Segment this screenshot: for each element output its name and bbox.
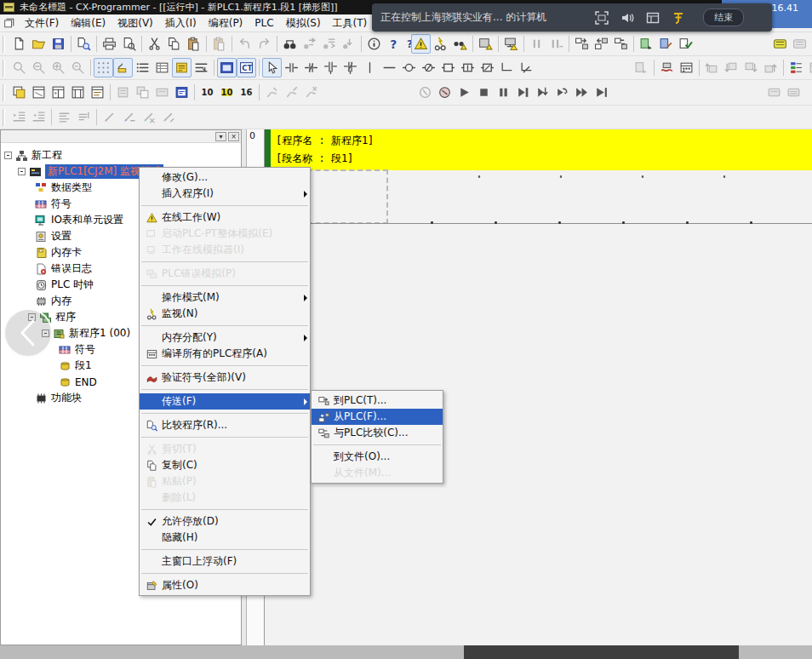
go-jump-icon[interactable] [761, 58, 781, 77]
menu-item-paste[interactable]: 粘贴(P) [140, 473, 310, 490]
decimal-force-icon[interactable]: 10 [217, 83, 237, 102]
force-set-pen-icon[interactable] [100, 107, 119, 127]
cut-icon[interactable] [145, 34, 164, 54]
menu-item-memory-allocation[interactable]: 内存分配(Y) [140, 330, 310, 346]
compare-files-icon[interactable] [74, 34, 94, 54]
annotation-icon[interactable] [666, 10, 691, 26]
new-file-icon[interactable] [9, 34, 29, 54]
program-online-edit-icon[interactable] [656, 34, 676, 54]
paste-special-icon[interactable] [209, 34, 229, 54]
sim-mode-icon[interactable] [435, 83, 455, 102]
zoom-in-icon[interactable] [49, 58, 68, 77]
redo-icon[interactable] [254, 34, 274, 54]
symbol-check-icon[interactable] [657, 58, 677, 77]
cross-reference-view-icon[interactable] [786, 58, 806, 77]
online-edit-disk-icon[interactable] [476, 34, 495, 54]
collapse-icon[interactable] [4, 152, 12, 159]
menu-item-insert-program[interactable]: 插入程序(I) [140, 186, 310, 202]
new-or-contact-icon[interactable] [321, 58, 340, 77]
menu-edit[interactable]: 编辑(E) [65, 14, 112, 32]
monitor-in-rung-icon[interactable] [152, 58, 172, 77]
zoom-region-icon[interactable] [29, 58, 49, 77]
menu-program[interactable]: 编程(P) [203, 14, 249, 32]
ladder-editor[interactable]: 0 [程序名 : 新程序1] [段名称 : 段1] [247, 129, 812, 645]
speaker-icon[interactable] [615, 10, 640, 26]
hex-monitor-icon[interactable]: 16 [237, 83, 256, 102]
toolbar-grip[interactable] [3, 36, 5, 53]
force-off-icon[interactable] [282, 83, 301, 102]
outdent-icon[interactable] [29, 107, 49, 127]
pause-icon[interactable] [527, 34, 546, 54]
pause-programmed-icon[interactable] [546, 34, 566, 54]
section-header-block[interactable]: [程序名 : 新程序1] [段名称 : 段1] [265, 129, 812, 170]
go-next-address-icon[interactable] [741, 58, 761, 77]
new-horizontal-line-icon[interactable] [380, 58, 399, 77]
about-info-icon[interactable] [364, 34, 384, 54]
decimal-monitor-icon[interactable]: 10 [197, 83, 217, 102]
document-restore-icon[interactable] [3, 17, 15, 29]
panel-dock-icon[interactable]: ▾ [215, 132, 226, 141]
menu-view[interactable]: 视图(V) [112, 14, 159, 32]
instruction-dialog-icon[interactable] [217, 58, 237, 77]
new-inverted-instruction-icon[interactable] [477, 58, 497, 77]
grid-toggle-icon[interactable] [94, 58, 113, 77]
menu-item-properties[interactable]: 属性(O) [140, 577, 310, 593]
sim-start-icon[interactable] [415, 83, 435, 102]
differential-pen-icon[interactable] [158, 107, 178, 127]
menu-item-transfer[interactable]: 传送(F) [140, 393, 310, 410]
show-address-window-icon[interactable] [49, 83, 68, 102]
menu-item-hide[interactable]: 隐藏(H) [140, 530, 310, 546]
find-binoculars-icon[interactable] [280, 34, 300, 54]
help-topics-icon[interactable]: ? [384, 34, 403, 54]
online-edit-monitor-icon[interactable] [501, 34, 521, 54]
monitor-mode-icon[interactable] [431, 34, 450, 54]
remote-back-overlay[interactable] [3, 308, 53, 358]
menu-item-validate-symbols[interactable]: 验证符号(全部)(V) [140, 370, 310, 386]
show-monitor-window-icon[interactable] [68, 83, 88, 102]
sim-pause-icon[interactable] [494, 83, 513, 102]
open-file-icon[interactable] [29, 34, 49, 54]
toolbar-grip[interactable] [3, 60, 5, 77]
transfer-from-plc-icon[interactable] [592, 34, 611, 54]
menu-plc[interactable]: PLC [249, 15, 279, 31]
menu-tools[interactable]: 工具(T) [327, 14, 374, 32]
menu-item-modify[interactable]: 修改(G)... [140, 169, 310, 186]
menu-item-compile-all-plc-programs[interactable]: 编译所有的PLC程序(A) [140, 346, 310, 362]
replace-all-icon[interactable] [319, 34, 339, 54]
sim-step-in-icon[interactable] [533, 83, 552, 102]
show-output-window-icon[interactable] [9, 83, 29, 102]
tree-item-project[interactable]: 新工程 [1, 147, 241, 163]
new-coil-icon[interactable] [399, 58, 419, 77]
save-file-icon[interactable] [49, 34, 68, 54]
transfer-to-plc-icon[interactable] [572, 34, 592, 54]
new-vertical-line-icon[interactable] [360, 58, 380, 77]
menu-item-monitor[interactable]: 监视(N) [140, 306, 310, 322]
submenu-item-from-file[interactable]: 从文件(M)... [312, 465, 443, 481]
connect-line-icon[interactable] [497, 58, 517, 77]
clipboard-3-icon[interactable] [152, 83, 172, 102]
new-or-closed-contact-icon[interactable] [340, 58, 360, 77]
comment-list-icon[interactable] [172, 58, 192, 77]
sim-step-over-icon[interactable] [552, 83, 572, 102]
toolbar-grip[interactable] [3, 84, 5, 101]
work-online-icon[interactable] [411, 34, 431, 54]
menu-file[interactable]: 文件(F) [19, 14, 65, 32]
dialog-view-icon[interactable] [172, 83, 192, 102]
compare-with-plc-icon[interactable] [611, 34, 631, 54]
align-1-icon[interactable] [54, 107, 74, 127]
force-on-icon[interactable] [262, 83, 282, 102]
new-instruction-icon[interactable] [438, 58, 458, 77]
align-2-icon[interactable] [74, 107, 94, 127]
ct-window-icon[interactable]: CT [237, 58, 256, 77]
new-closed-coil-icon[interactable] [419, 58, 438, 77]
section-list-icon[interactable] [632, 58, 651, 77]
zoom-fit-icon[interactable] [9, 58, 29, 77]
menu-item-work-online[interactable]: 在线工作(W) [140, 209, 310, 226]
menu-item-delete[interactable]: 删除(L) [140, 490, 310, 506]
rung-wrap-icon[interactable] [192, 58, 211, 77]
menu-item-plc-pt-simulation[interactable]: 启动PLC-PT整体模拟(E) [140, 226, 310, 242]
sim-stop-icon[interactable] [474, 83, 494, 102]
menu-item-online-simulator[interactable]: 工作在线模拟器(I) [140, 242, 310, 258]
program-check-icon[interactable] [676, 34, 695, 54]
select-mode-icon[interactable] [262, 58, 282, 77]
